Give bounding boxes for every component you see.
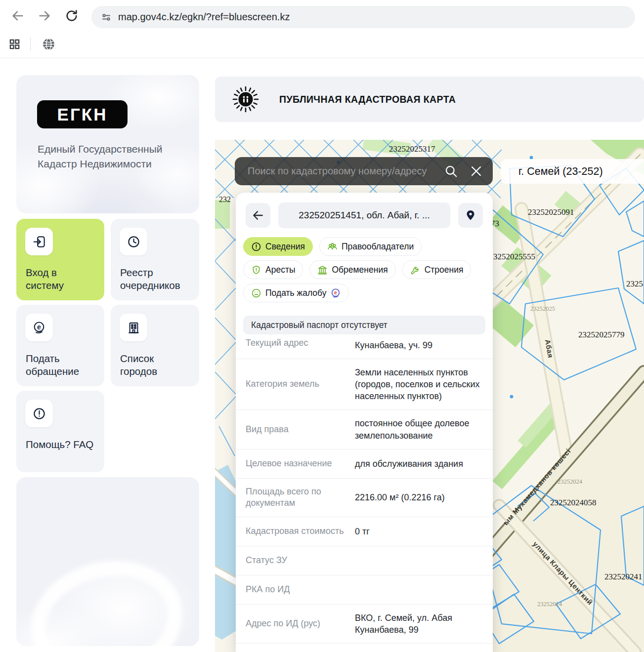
svg-text:e: e bbox=[37, 323, 41, 331]
sidebar-item-label: Подать обращение bbox=[26, 352, 97, 378]
clock-icon bbox=[120, 228, 147, 255]
sidebar-item-queue-registry[interactable]: Реестр очередников bbox=[111, 219, 199, 300]
row-value: Кунанбаева, уч. 99 bbox=[355, 339, 484, 351]
site-settings-icon[interactable] bbox=[100, 11, 112, 23]
parcel-label-small: 23252025 bbox=[530, 305, 555, 312]
info-circle-icon bbox=[251, 242, 261, 252]
building-icon bbox=[120, 314, 147, 341]
map-search-bar bbox=[235, 157, 493, 185]
row-value: постоянное общее долевое землепользовани… bbox=[355, 417, 484, 441]
parcel-label: 232520241 bbox=[604, 572, 643, 581]
info-circle-icon bbox=[25, 400, 53, 427]
parcel-label: 23252025091 bbox=[528, 207, 574, 217]
wrench-icon bbox=[410, 265, 421, 275]
shield-alert-icon bbox=[251, 265, 261, 275]
cadastral-number-field[interactable]: 232520251451, обл. Абай, г. ... bbox=[278, 203, 450, 228]
apps-grid-icon[interactable] bbox=[9, 39, 20, 50]
parcel-label-small: 23252024 bbox=[558, 478, 583, 485]
tab-label: Подать жалобу bbox=[265, 288, 326, 298]
table-row: Целевое назначение для обслуживания здан… bbox=[236, 449, 493, 478]
row-value: Земли населенных пунктов (городов, посел… bbox=[355, 367, 484, 402]
sidebar-item-submit-appeal[interactable]: e Подать обращение bbox=[16, 305, 104, 386]
tab-label: Аресты bbox=[265, 265, 295, 275]
browser-window: map.gov4c.kz/egkn/?ref=bluescreen.kz ЕГК… bbox=[0, 0, 644, 652]
eotinish-color-icon: e bbox=[330, 287, 341, 298]
brand-card: ЕГКН Единый Государственный Кадастр Недв… bbox=[16, 75, 199, 213]
back-button[interactable] bbox=[246, 203, 270, 228]
close-icon[interactable] bbox=[470, 164, 483, 178]
row-label: РКА по ИД bbox=[246, 584, 350, 596]
svg-text:e: e bbox=[335, 289, 338, 295]
tab-label: Правообладатели bbox=[342, 242, 414, 252]
parcel-label: 2325 bbox=[626, 279, 643, 288]
row-label: Текущий адрес bbox=[246, 337, 350, 349]
tab-label: Строения bbox=[425, 265, 464, 275]
url-text: map.gov4c.kz/egkn/?ref=bluescreen.kz bbox=[118, 11, 290, 23]
passport-missing-notice: Кадастровый паспорт отсутствует bbox=[243, 316, 485, 334]
table-row: РКА по ИД bbox=[236, 575, 493, 604]
app-header: ПУБЛИЧНАЯ КАДАСТРОВАЯ КАРТА bbox=[215, 77, 644, 122]
row-label: Целевое назначение bbox=[246, 458, 350, 470]
parcel-label: 23252024058 bbox=[550, 498, 597, 507]
row-label: Статус ЗУ bbox=[246, 555, 350, 567]
table-row: Статус ЗУ bbox=[236, 546, 493, 575]
people-icon bbox=[327, 242, 338, 252]
parcel-label: 3252025555 bbox=[493, 252, 535, 261]
sidebar-item-label: Список городов bbox=[120, 352, 192, 378]
page-title: ПУБЛИЧНАЯ КАДАСТРОВАЯ КАРТА bbox=[279, 94, 456, 105]
parcel-label: 23252025317 bbox=[389, 144, 435, 154]
parcel-label: 232 bbox=[219, 195, 231, 204]
table-row: Категория земель Земли населенных пункто… bbox=[236, 359, 493, 409]
gov-emblem-icon bbox=[232, 85, 259, 113]
row-label: Кадастровая стоимость bbox=[246, 526, 350, 537]
sidebar-item-label: Помощь? FAQ bbox=[26, 438, 97, 451]
tab-pravoobladateli[interactable]: Правообладатели bbox=[319, 237, 422, 256]
row-value: 2216.00 м² (0.2216 га) bbox=[355, 491, 484, 503]
row-label: Площадь всего по документам bbox=[246, 486, 350, 510]
panel-tabs: Сведения Правообладатели Аресты bbox=[236, 228, 493, 302]
table-row: Площадь всего по документам 2216.00 м² (… bbox=[236, 478, 493, 517]
sidebar-item-help-faq[interactable]: Помощь? FAQ bbox=[16, 391, 104, 472]
row-label: Вид права bbox=[246, 424, 350, 436]
row-label: Адрес по ИД (рус) bbox=[246, 618, 350, 630]
sidebar-item-login[interactable]: Вход в систему bbox=[16, 219, 104, 300]
bookmarks-divider bbox=[30, 38, 31, 51]
locate-on-map-button[interactable] bbox=[458, 203, 483, 228]
city-selector[interactable]: г. Семей (23-252) bbox=[501, 159, 644, 184]
browser-chrome: map.gov4c.kz/egkn/?ref=bluescreen.kz bbox=[0, 0, 644, 58]
tab-label: Обременения bbox=[332, 265, 387, 275]
browser-forward-icon[interactable] bbox=[38, 9, 51, 23]
bank-icon bbox=[317, 265, 328, 275]
sidebar-item-label: Реестр очередников bbox=[120, 266, 192, 292]
tab-podat-zhalobu[interactable]: Подать жалобу e bbox=[243, 284, 349, 302]
panel-header: 232520251451, обл. Абай, г. ... bbox=[236, 193, 493, 228]
row-value: для обслуживания здания bbox=[355, 458, 484, 470]
browser-reload-icon[interactable] bbox=[65, 9, 79, 23]
search-input[interactable] bbox=[235, 165, 444, 177]
table-row: Адрес по ИД (каз) ВКО, г. Семей, ул. Аба… bbox=[236, 643, 493, 652]
globe-favicon-icon[interactable] bbox=[42, 38, 55, 51]
sidebar-item-label: Вход в систему bbox=[26, 266, 97, 292]
map-canvas[interactable]: 23252025317 23252025091 3252025555 73 23… bbox=[215, 140, 644, 652]
sad-face-icon bbox=[251, 288, 261, 298]
address-bar[interactable]: map.gov4c.kz/egkn/?ref=bluescreen.kz bbox=[91, 6, 635, 28]
tab-svedeniya[interactable]: Сведения bbox=[243, 237, 313, 256]
brand-subtitle: Единый Государственный Кадастр Недвижимо… bbox=[38, 142, 192, 171]
tab-label: Сведения bbox=[265, 242, 305, 252]
city-selector-label: г. Семей (23-252) bbox=[518, 165, 603, 178]
parcel-label-small: 23252024 bbox=[537, 601, 562, 608]
sidebar-item-city-list[interactable]: Список городов bbox=[111, 305, 199, 386]
browser-back-icon[interactable] bbox=[11, 9, 25, 23]
table-row: Кадастровая стоимость 0 тг bbox=[236, 517, 493, 546]
login-icon bbox=[25, 228, 53, 255]
search-icon[interactable] bbox=[444, 164, 458, 178]
table-row: Адрес по ИД (рус) ВКО, г. Семей, ул. Аба… bbox=[236, 604, 493, 643]
tab-aresty[interactable]: Аресты bbox=[243, 260, 303, 279]
tab-obremeneniya[interactable]: Обременения bbox=[309, 260, 395, 279]
eotinish-icon: e bbox=[25, 314, 53, 341]
parcel-details-table: Текущий адрес Кунанбаева, уч. 99 Категор… bbox=[236, 327, 493, 652]
tab-stroeniya[interactable]: Строения bbox=[402, 260, 472, 279]
row-label: Категория земель bbox=[246, 378, 350, 390]
parcel-info-panel: 232520251451, обл. Абай, г. ... Сведения bbox=[236, 193, 493, 652]
row-value: ВКО, г. Семей, ул. Абая Кунанбаева, 99 bbox=[355, 612, 484, 636]
